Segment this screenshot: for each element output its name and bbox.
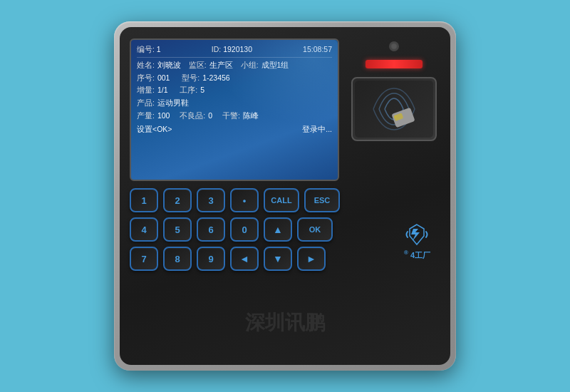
keypad-row-3: 7 8 9 ◄ ▼ ► — [130, 247, 440, 271]
key-4[interactable]: 4 — [130, 217, 158, 242]
screen-status-left: 设置<OK> — [137, 125, 172, 135]
id-field: ID: 1920130 — [212, 44, 252, 56]
num-field: 编号: 1 — [137, 44, 161, 56]
key-6[interactable]: 6 — [197, 217, 225, 242]
screen-status-right: 登录中... — [302, 125, 332, 135]
key-up[interactable]: ▲ — [264, 217, 292, 242]
camera-lens — [389, 41, 399, 51]
key-left[interactable]: ◄ — [230, 247, 259, 271]
key-3[interactable]: 3 — [197, 188, 225, 212]
key-0[interactable]: 0 — [230, 217, 259, 242]
brand-logo-icon — [404, 222, 430, 247]
screen-display: 编号: 1 ID: 1920130 15:08:57 姓名: 刘晓波 监区: 生… — [130, 38, 339, 181]
screen-row-6: 产量: 100 不良品: 0 干警: 陈峰 — [137, 110, 332, 122]
keypad-row-2: 4 5 6 0 ▲ OK — [130, 217, 440, 242]
key-1[interactable]: 1 — [130, 188, 158, 212]
keypad: 1 2 3 • CALL ESC 4 5 6 0 ▲ OK — [130, 188, 440, 271]
key-8[interactable]: 8 — [163, 247, 192, 271]
screen-row-4: 增量: 1/1 工序: 5 — [137, 85, 332, 96]
key-2[interactable]: 2 — [163, 188, 192, 212]
key-esc[interactable]: ESC — [304, 188, 340, 212]
screen-row-5: 产品: 运动男鞋 — [137, 98, 332, 109]
bottom-section: 1 2 3 • CALL ESC 4 5 6 0 ▲ OK — [130, 188, 440, 271]
key-ok[interactable]: OK — [297, 217, 333, 242]
brand-area: ® 4工厂 — [404, 222, 430, 261]
screen-status-row: 设置<OK> 登录中... — [137, 125, 332, 135]
device-body: 编号: 1 ID: 1920130 15:08:57 姓名: 刘晓波 监区: 生… — [120, 27, 450, 365]
rfid-icon — [369, 88, 419, 130]
screen-row-1: 编号: 1 ID: 1920130 15:08:57 — [137, 44, 332, 58]
screen-row-3: 序号: 001 型号: 1-23456 — [137, 73, 332, 84]
card-reader-inner — [355, 81, 433, 138]
screen-row-2: 姓名: 刘晓波 监区: 生产区 小组: 成型1组 — [137, 60, 332, 71]
key-9[interactable]: 9 — [197, 247, 225, 271]
brand-text: ® 4工厂 — [404, 249, 430, 261]
device-outer: 编号: 1 ID: 1920130 15:08:57 姓名: 刘晓波 监区: 生… — [114, 21, 456, 371]
right-panel — [348, 38, 440, 181]
indicator-strip — [366, 60, 423, 68]
watermark: 深圳讯鹏 — [245, 309, 325, 336]
time-field: 15:08:57 — [303, 44, 332, 56]
key-call[interactable]: CALL — [264, 188, 299, 212]
key-7[interactable]: 7 — [130, 247, 158, 271]
key-right[interactable]: ► — [297, 247, 326, 271]
key-5[interactable]: 5 — [163, 217, 192, 242]
keypad-row-1: 1 2 3 • CALL ESC — [130, 188, 440, 212]
top-section: 编号: 1 ID: 1920130 15:08:57 姓名: 刘晓波 监区: 生… — [130, 38, 440, 181]
key-dot[interactable]: • — [230, 188, 259, 212]
card-reader — [351, 77, 437, 141]
key-down[interactable]: ▼ — [264, 247, 292, 271]
